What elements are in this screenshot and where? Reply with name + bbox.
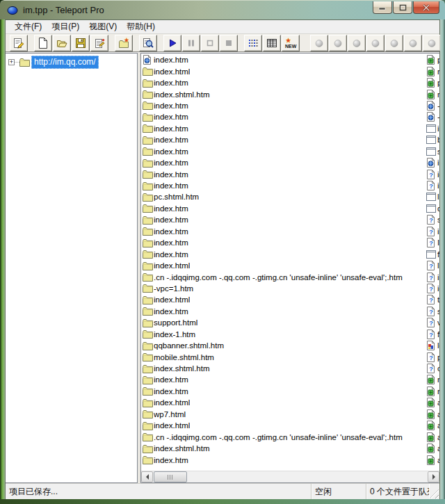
resize-grip[interactable] (429, 484, 439, 499)
start-button[interactable] (163, 35, 181, 51)
maximize-button[interactable] (393, 1, 412, 14)
file-row[interactable]: index.htm (143, 54, 426, 65)
tree-root-label[interactable]: http://im.qq.com/ (31, 56, 99, 69)
file-row[interactable]: ?lin (426, 260, 439, 271)
scrollbar-track[interactable] (187, 471, 428, 482)
file-row[interactable]: ?ca (426, 363, 439, 374)
file-row[interactable]: index.htm (143, 134, 426, 145)
scheduler-slot-6-button[interactable] (404, 35, 422, 51)
scroll-left-button[interactable] (141, 471, 153, 482)
file-row[interactable]: .cn -.idqqimg.com -.qq.com -.gtimg.cn 'u… (143, 431, 426, 442)
new-project-folder-button[interactable] (115, 35, 133, 51)
minimize-button[interactable] (373, 1, 392, 14)
file-row[interactable]: index.htm (143, 111, 426, 122)
detail-view-button[interactable] (263, 35, 281, 51)
file-row[interactable]: alb (426, 409, 439, 420)
file-row[interactable]: im (426, 123, 439, 134)
file-row[interactable]: index.htm (143, 374, 426, 385)
file-row[interactable]: ?sle (426, 306, 439, 317)
file-row[interactable]: index.htm (143, 214, 426, 225)
menu-item-0[interactable]: 文件(F) (10, 19, 47, 34)
file-row[interactable]: ne (426, 386, 439, 397)
scheduler-slot-7-button[interactable] (423, 35, 441, 51)
menu-item-1[interactable]: 项目(P) (47, 19, 84, 34)
file-row[interactable]: mb (426, 88, 439, 99)
file-row[interactable]: index.htm (143, 123, 426, 134)
file-row[interactable]: index.html (143, 397, 426, 408)
menu-item-2[interactable]: 视图(V) (84, 19, 122, 34)
menu-item-3[interactable]: 帮助(H) (122, 19, 160, 34)
file-row[interactable]: index.htm (143, 386, 426, 397)
file-row[interactable]: ?trg (426, 294, 439, 305)
file-row[interactable]: mobile.shtml.htm (143, 351, 426, 362)
save-project-button[interactable] (72, 35, 90, 51)
file-row[interactable]: ?icc (426, 168, 439, 179)
file-row[interactable]: index-1.htm (143, 329, 426, 340)
new-files-filter-button[interactable]: NEW (282, 35, 300, 51)
file-row[interactable]: index.htm (143, 306, 426, 317)
file-row[interactable]: index.shtml.htm (143, 88, 426, 99)
file-row[interactable]: alb (426, 454, 439, 465)
scroll-right-button[interactable] (428, 471, 439, 482)
file-row[interactable]: index.htm (143, 157, 426, 168)
file-row[interactable]: wp7.html (143, 409, 426, 420)
file-row[interactable]: qqbanner.shtml.htm (143, 340, 426, 351)
file-row[interactable]: ?im (426, 226, 439, 237)
file-row[interactable]: index.html (143, 420, 426, 431)
file-row[interactable]: index.htm (143, 203, 426, 214)
file-row[interactable]: index.htm (143, 168, 426, 179)
file-row[interactable]: ne (426, 374, 439, 385)
file-row[interactable]: index.htm (143, 226, 426, 237)
file-row[interactable]: index.html (143, 65, 426, 76)
file-row[interactable]: pc (426, 77, 439, 88)
file-row[interactable]: index.html (143, 260, 426, 271)
file-row[interactable]: ?icc (426, 283, 439, 294)
file-row[interactable]: index.shtml.htm (143, 363, 426, 374)
file-row[interactable]: alb (426, 397, 439, 408)
file-row[interactable]: ?sta (426, 214, 439, 225)
file-row[interactable]: index.htm (143, 100, 426, 111)
file-row[interactable]: -vpc=1.htm (143, 283, 426, 294)
new-project-button[interactable] (34, 35, 52, 51)
file-row[interactable]: index.htm (143, 237, 426, 248)
file-row[interactable]: alb (426, 443, 439, 454)
file-row[interactable]: support.html (143, 317, 426, 328)
file-row[interactable]: ?ipa (426, 180, 439, 191)
app-icon[interactable] (7, 5, 18, 16)
file-row[interactable]: pc.shtml.htm (143, 191, 426, 202)
step-button[interactable] (201, 35, 219, 51)
scrollbar-thumb[interactable] (154, 471, 187, 482)
file-row[interactable]: inc (426, 157, 439, 168)
file-row[interactable]: pc (426, 54, 439, 65)
file-row[interactable]: ?vp (426, 317, 439, 328)
file-row[interactable]: mb (426, 65, 439, 76)
file-row[interactable]: alb (426, 431, 439, 442)
file-row[interactable]: ?im (426, 271, 439, 282)
file-row[interactable]: -ra (426, 100, 439, 111)
file-row[interactable]: se (426, 146, 439, 157)
file-row[interactable]: -ra (426, 111, 439, 122)
file-row[interactable]: index.htm (143, 77, 426, 88)
file-row[interactable]: qq (426, 203, 439, 214)
file-row[interactable]: bj- (426, 134, 439, 145)
file-row[interactable]: index.shtml.htm (143, 443, 426, 454)
scheduler-slot-5-button[interactable] (385, 35, 403, 51)
file-row[interactable]: index.html (143, 294, 426, 305)
file-row[interactable]: index.htm (143, 180, 426, 191)
open-project-button[interactable] (53, 35, 71, 51)
edit-project-wizard-button[interactable] (10, 35, 28, 51)
file-row[interactable]: index.htm (143, 454, 426, 465)
stop-button[interactable] (220, 35, 238, 51)
scheduler-slot-3-button[interactable] (348, 35, 366, 51)
file-row[interactable]: .cn -.idqqimg.com -.qq.com -.gtimg.cn 'u… (143, 271, 426, 282)
file-row[interactable]: ?IM (426, 237, 439, 248)
file-row[interactable]: fla (426, 248, 439, 259)
tree-expand-toggle[interactable]: + (8, 59, 15, 65)
file-row[interactable]: lib (426, 191, 439, 202)
list-view-button[interactable] (244, 35, 262, 51)
close-button[interactable] (413, 1, 439, 14)
browse-file-button[interactable] (139, 35, 157, 51)
file-row[interactable]: loa (426, 340, 439, 351)
scheduler-slot-2-button[interactable] (329, 35, 347, 51)
file-row[interactable]: ?pla (426, 351, 439, 362)
